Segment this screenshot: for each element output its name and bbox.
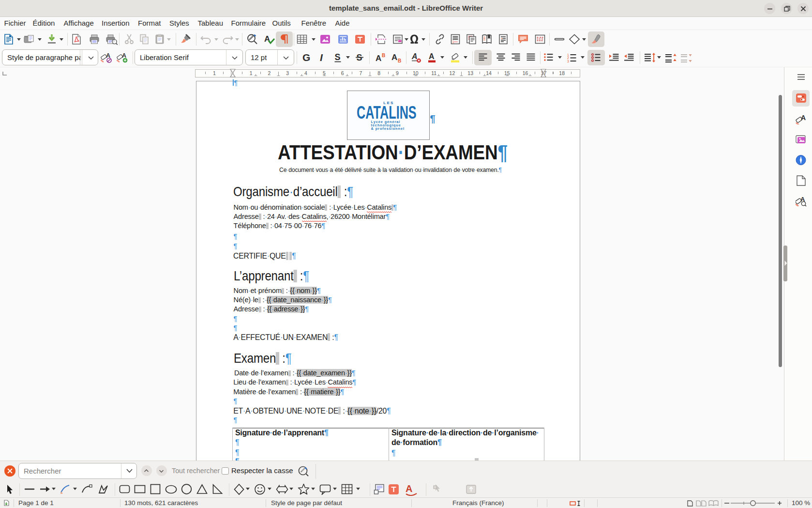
svg-text:A: A — [376, 54, 381, 63]
svg-text:A: A — [406, 483, 412, 494]
svg-text:3: 3 — [567, 60, 569, 63]
svg-text:S: S — [335, 52, 341, 62]
svg-text:1: 1 — [452, 40, 454, 44]
svg-text:B: B — [398, 58, 401, 63]
svg-text:B: B — [382, 53, 385, 58]
svg-text:G: G — [302, 52, 310, 63]
svg-text:A: A — [429, 52, 435, 61]
svg-text:I: I — [320, 52, 323, 63]
svg-text:A: A — [411, 52, 418, 61]
svg-text:A: A — [391, 53, 397, 62]
svg-text:A: A — [801, 114, 806, 122]
